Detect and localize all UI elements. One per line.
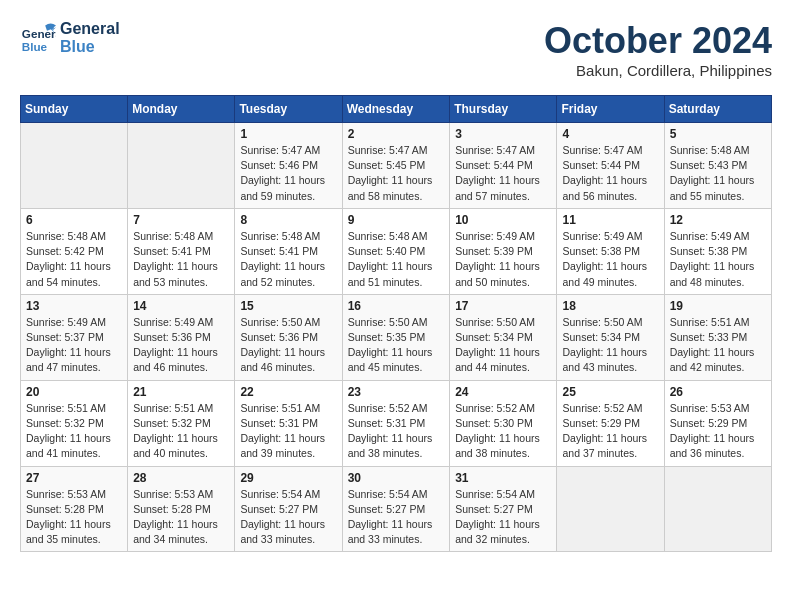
day-detail: Sunrise: 5:48 AMSunset: 5:41 PMDaylight:… bbox=[133, 229, 229, 290]
day-detail: Sunrise: 5:54 AMSunset: 5:27 PMDaylight:… bbox=[240, 487, 336, 548]
calendar-cell: 29Sunrise: 5:54 AMSunset: 5:27 PMDayligh… bbox=[235, 466, 342, 552]
day-number: 13 bbox=[26, 299, 122, 313]
col-friday: Friday bbox=[557, 96, 664, 123]
calendar-cell: 31Sunrise: 5:54 AMSunset: 5:27 PMDayligh… bbox=[450, 466, 557, 552]
calendar-week-5: 27Sunrise: 5:53 AMSunset: 5:28 PMDayligh… bbox=[21, 466, 772, 552]
calendar-header: Sunday Monday Tuesday Wednesday Thursday… bbox=[21, 96, 772, 123]
day-number: 2 bbox=[348, 127, 445, 141]
day-number: 17 bbox=[455, 299, 551, 313]
day-number: 23 bbox=[348, 385, 445, 399]
calendar-cell: 2Sunrise: 5:47 AMSunset: 5:45 PMDaylight… bbox=[342, 123, 450, 209]
day-detail: Sunrise: 5:49 AMSunset: 5:38 PMDaylight:… bbox=[670, 229, 766, 290]
calendar-week-3: 13Sunrise: 5:49 AMSunset: 5:37 PMDayligh… bbox=[21, 294, 772, 380]
day-number: 6 bbox=[26, 213, 122, 227]
calendar-cell: 6Sunrise: 5:48 AMSunset: 5:42 PMDaylight… bbox=[21, 208, 128, 294]
day-number: 9 bbox=[348, 213, 445, 227]
calendar-cell: 10Sunrise: 5:49 AMSunset: 5:39 PMDayligh… bbox=[450, 208, 557, 294]
location-subtitle: Bakun, Cordillera, Philippines bbox=[544, 62, 772, 79]
day-detail: Sunrise: 5:51 AMSunset: 5:33 PMDaylight:… bbox=[670, 315, 766, 376]
day-number: 26 bbox=[670, 385, 766, 399]
col-tuesday: Tuesday bbox=[235, 96, 342, 123]
calendar-cell: 5Sunrise: 5:48 AMSunset: 5:43 PMDaylight… bbox=[664, 123, 771, 209]
calendar-cell: 26Sunrise: 5:53 AMSunset: 5:29 PMDayligh… bbox=[664, 380, 771, 466]
svg-text:Blue: Blue bbox=[22, 40, 48, 53]
day-detail: Sunrise: 5:51 AMSunset: 5:32 PMDaylight:… bbox=[26, 401, 122, 462]
day-detail: Sunrise: 5:49 AMSunset: 5:38 PMDaylight:… bbox=[562, 229, 658, 290]
calendar-cell: 25Sunrise: 5:52 AMSunset: 5:29 PMDayligh… bbox=[557, 380, 664, 466]
day-number: 7 bbox=[133, 213, 229, 227]
day-number: 24 bbox=[455, 385, 551, 399]
calendar-cell: 21Sunrise: 5:51 AMSunset: 5:32 PMDayligh… bbox=[128, 380, 235, 466]
day-detail: Sunrise: 5:47 AMSunset: 5:44 PMDaylight:… bbox=[455, 143, 551, 204]
calendar-cell: 14Sunrise: 5:49 AMSunset: 5:36 PMDayligh… bbox=[128, 294, 235, 380]
day-detail: Sunrise: 5:53 AMSunset: 5:28 PMDaylight:… bbox=[26, 487, 122, 548]
calendar-cell bbox=[557, 466, 664, 552]
page-header: General Blue General Blue October 2024 B… bbox=[20, 20, 772, 79]
day-detail: Sunrise: 5:49 AMSunset: 5:37 PMDaylight:… bbox=[26, 315, 122, 376]
day-detail: Sunrise: 5:51 AMSunset: 5:32 PMDaylight:… bbox=[133, 401, 229, 462]
calendar-cell: 9Sunrise: 5:48 AMSunset: 5:40 PMDaylight… bbox=[342, 208, 450, 294]
day-detail: Sunrise: 5:48 AMSunset: 5:42 PMDaylight:… bbox=[26, 229, 122, 290]
day-detail: Sunrise: 5:47 AMSunset: 5:44 PMDaylight:… bbox=[562, 143, 658, 204]
day-number: 11 bbox=[562, 213, 658, 227]
calendar-cell: 11Sunrise: 5:49 AMSunset: 5:38 PMDayligh… bbox=[557, 208, 664, 294]
day-detail: Sunrise: 5:52 AMSunset: 5:29 PMDaylight:… bbox=[562, 401, 658, 462]
logo-general-text: General bbox=[60, 20, 120, 38]
day-number: 1 bbox=[240, 127, 336, 141]
calendar-cell: 16Sunrise: 5:50 AMSunset: 5:35 PMDayligh… bbox=[342, 294, 450, 380]
calendar-cell: 23Sunrise: 5:52 AMSunset: 5:31 PMDayligh… bbox=[342, 380, 450, 466]
calendar-cell: 1Sunrise: 5:47 AMSunset: 5:46 PMDaylight… bbox=[235, 123, 342, 209]
calendar-cell: 17Sunrise: 5:50 AMSunset: 5:34 PMDayligh… bbox=[450, 294, 557, 380]
calendar-cell: 4Sunrise: 5:47 AMSunset: 5:44 PMDaylight… bbox=[557, 123, 664, 209]
title-block: October 2024 Bakun, Cordillera, Philippi… bbox=[544, 20, 772, 79]
logo-icon: General Blue bbox=[20, 20, 56, 56]
calendar-cell: 22Sunrise: 5:51 AMSunset: 5:31 PMDayligh… bbox=[235, 380, 342, 466]
calendar-week-2: 6Sunrise: 5:48 AMSunset: 5:42 PMDaylight… bbox=[21, 208, 772, 294]
day-number: 25 bbox=[562, 385, 658, 399]
header-row: Sunday Monday Tuesday Wednesday Thursday… bbox=[21, 96, 772, 123]
calendar-cell: 27Sunrise: 5:53 AMSunset: 5:28 PMDayligh… bbox=[21, 466, 128, 552]
day-detail: Sunrise: 5:49 AMSunset: 5:36 PMDaylight:… bbox=[133, 315, 229, 376]
calendar-cell: 8Sunrise: 5:48 AMSunset: 5:41 PMDaylight… bbox=[235, 208, 342, 294]
day-number: 18 bbox=[562, 299, 658, 313]
col-sunday: Sunday bbox=[21, 96, 128, 123]
day-detail: Sunrise: 5:50 AMSunset: 5:34 PMDaylight:… bbox=[455, 315, 551, 376]
day-detail: Sunrise: 5:52 AMSunset: 5:31 PMDaylight:… bbox=[348, 401, 445, 462]
day-number: 30 bbox=[348, 471, 445, 485]
day-detail: Sunrise: 5:54 AMSunset: 5:27 PMDaylight:… bbox=[348, 487, 445, 548]
day-detail: Sunrise: 5:52 AMSunset: 5:30 PMDaylight:… bbox=[455, 401, 551, 462]
calendar-cell bbox=[21, 123, 128, 209]
day-detail: Sunrise: 5:54 AMSunset: 5:27 PMDaylight:… bbox=[455, 487, 551, 548]
day-number: 12 bbox=[670, 213, 766, 227]
day-number: 19 bbox=[670, 299, 766, 313]
col-monday: Monday bbox=[128, 96, 235, 123]
day-number: 16 bbox=[348, 299, 445, 313]
calendar-cell bbox=[128, 123, 235, 209]
day-detail: Sunrise: 5:50 AMSunset: 5:35 PMDaylight:… bbox=[348, 315, 445, 376]
col-thursday: Thursday bbox=[450, 96, 557, 123]
col-saturday: Saturday bbox=[664, 96, 771, 123]
calendar-cell: 12Sunrise: 5:49 AMSunset: 5:38 PMDayligh… bbox=[664, 208, 771, 294]
calendar-cell: 15Sunrise: 5:50 AMSunset: 5:36 PMDayligh… bbox=[235, 294, 342, 380]
day-number: 27 bbox=[26, 471, 122, 485]
day-detail: Sunrise: 5:47 AMSunset: 5:45 PMDaylight:… bbox=[348, 143, 445, 204]
day-detail: Sunrise: 5:50 AMSunset: 5:34 PMDaylight:… bbox=[562, 315, 658, 376]
day-detail: Sunrise: 5:50 AMSunset: 5:36 PMDaylight:… bbox=[240, 315, 336, 376]
day-detail: Sunrise: 5:53 AMSunset: 5:28 PMDaylight:… bbox=[133, 487, 229, 548]
calendar-cell: 24Sunrise: 5:52 AMSunset: 5:30 PMDayligh… bbox=[450, 380, 557, 466]
calendar-week-4: 20Sunrise: 5:51 AMSunset: 5:32 PMDayligh… bbox=[21, 380, 772, 466]
day-number: 10 bbox=[455, 213, 551, 227]
calendar-cell: 30Sunrise: 5:54 AMSunset: 5:27 PMDayligh… bbox=[342, 466, 450, 552]
calendar-body: 1Sunrise: 5:47 AMSunset: 5:46 PMDaylight… bbox=[21, 123, 772, 552]
calendar-cell: 3Sunrise: 5:47 AMSunset: 5:44 PMDaylight… bbox=[450, 123, 557, 209]
day-number: 20 bbox=[26, 385, 122, 399]
calendar-cell: 13Sunrise: 5:49 AMSunset: 5:37 PMDayligh… bbox=[21, 294, 128, 380]
day-number: 31 bbox=[455, 471, 551, 485]
month-title: October 2024 bbox=[544, 20, 772, 62]
day-number: 3 bbox=[455, 127, 551, 141]
day-number: 5 bbox=[670, 127, 766, 141]
day-detail: Sunrise: 5:48 AMSunset: 5:41 PMDaylight:… bbox=[240, 229, 336, 290]
logo-blue-text: Blue bbox=[60, 38, 120, 56]
day-number: 28 bbox=[133, 471, 229, 485]
day-number: 4 bbox=[562, 127, 658, 141]
